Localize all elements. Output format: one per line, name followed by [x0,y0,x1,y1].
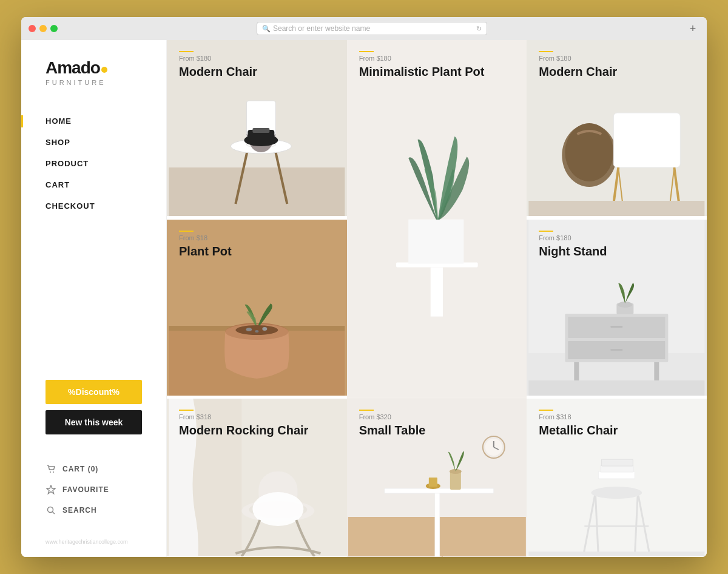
plant-pot-image [347,40,527,399]
product-card-metallic-chair[interactable]: From $318 Metallic Chair [527,399,707,556]
promo-buttons: %Discount% New this week [21,368,166,447]
product-from: From $180 [539,234,607,241]
nav-item-shop[interactable]: SHOP [46,132,142,153]
svg-rect-44 [655,362,659,380]
search-icon [46,505,56,516]
product-name: Night Stand [539,244,607,258]
new-this-week-button[interactable]: New this week [46,410,142,434]
product-name: Small Table [359,423,426,437]
svg-rect-56 [384,488,493,493]
product-from: From $320 [359,413,426,420]
svg-rect-13 [252,128,269,133]
logo-dot [101,67,107,73]
price-bar [179,410,194,411]
minimize-button[interactable] [39,25,47,32]
product-name: Plant Pot [179,244,232,258]
browser-window: 🔍 Search or enter website name ↻ + Amado… [21,17,707,557]
price-bar [359,51,374,52]
favourite-label: FAVOURITE [62,485,109,494]
product-card-modern-rocking-chair[interactable]: From $318 Modern Rocking Chair [167,399,347,556]
product-info-plant-pot-2: From $18 Plant Pot [167,220,244,269]
svg-rect-42 [611,349,623,351]
product-info-plant-pot: From $180 Minimalistic Plant Pot [347,40,497,90]
nav-item-checkout[interactable]: CHECKOUT [46,195,142,217]
product-info-modern-rocking-chair: From $318 Modern Rocking Chair [167,399,320,448]
svg-point-72 [592,487,642,499]
product-name: Metallic Chair [539,423,618,437]
svg-rect-58 [450,471,460,490]
product-card-modern-chair-2[interactable]: From $180 Modern Chair [527,40,707,216]
product-card-modern-chair-1[interactable]: From $180 Modern Chair [167,40,347,216]
cart-footer-item[interactable]: CART (0) [46,459,142,479]
svg-rect-57 [434,493,439,556]
app-content: Amado FURNITURE HOME SHOP PRODUCT CART C… [21,40,707,557]
product-from: From $318 [179,413,308,420]
svg-rect-6 [169,167,345,216]
logo-subtitle: FURNITURE [46,79,142,86]
svg-rect-41 [611,326,623,328]
svg-rect-16 [430,268,442,317]
nav-item-product[interactable]: PRODUCT [46,153,142,174]
product-card-minimalistic-plant-pot[interactable]: From $180 Minimalistic Plant Pot [347,40,527,399]
url-input[interactable]: 🔍 Search or enter website name ↻ [257,22,487,35]
price-bar [359,410,374,411]
svg-point-33 [246,328,252,331]
nav-item-home[interactable]: HOME [46,110,142,132]
product-name: Minimalistic Plant Pot [359,64,485,79]
product-from: From $180 [179,55,257,62]
price-bar [539,410,553,411]
price-bar [179,51,194,52]
svg-point-34 [262,327,267,331]
logo-name: Amado [46,58,100,77]
product-info-night-stand: From $180 Night Stand [527,220,619,269]
product-from: From $180 [359,55,485,62]
svg-point-1 [53,471,54,473]
product-grid-container: From $180 Modern Chair [167,40,707,557]
close-button[interactable] [29,25,36,32]
product-from: From $318 [539,413,618,420]
favourite-footer-item[interactable]: FAVOURITE [46,479,142,500]
product-name: Modern Chair [539,64,617,79]
product-grid: From $180 Modern Chair [167,40,707,557]
nav-menu: HOME SHOP PRODUCT CART CHECKOUT [21,110,166,368]
nav-item-cart[interactable]: CART [46,174,142,195]
sidebar: Amado FURNITURE HOME SHOP PRODUCT CART C… [21,40,167,557]
price-bar [539,231,553,232]
product-card-plant-pot[interactable]: From $18 Plant Pot [167,220,347,396]
logo: Amado FURNITURE [21,58,166,110]
search-label: SEARCH [62,506,97,515]
product-card-small-table[interactable]: From $320 Small Table [347,399,527,556]
sidebar-footer: CART (0) FAVOURITE [21,447,166,533]
product-info-small-table: From $320 Small Table [347,399,438,448]
svg-rect-43 [575,362,579,380]
traffic-lights [29,25,58,32]
product-info-modern-chair-1: From $180 Modern Chair [167,40,269,90]
product-info-metallic-chair: From $318 Metallic Chair [527,399,630,448]
product-from: From $18 [179,234,232,241]
cart-icon [46,464,56,474]
product-info-home-deco: From $318 Home Deco [347,556,438,557]
svg-point-3 [48,507,53,513]
discount-button[interactable]: %Discount% [46,380,142,404]
svg-point-46 [618,302,633,308]
svg-rect-74 [601,465,634,472]
svg-rect-76 [529,552,705,556]
svg-marker-2 [47,485,55,494]
search-footer-item[interactable]: SEARCH [46,500,142,521]
watermark: www.heritagechristiancollege.com [21,533,166,545]
price-bar [179,231,194,232]
svg-rect-73 [599,471,635,479]
svg-rect-75 [602,459,633,466]
product-info-modern-chair-2: From $180 Modern Chair [527,40,629,90]
svg-rect-26 [529,201,705,216]
product-from: From $180 [539,55,617,62]
product-card-home-deco[interactable]: From $318 Home Deco [347,556,527,557]
svg-rect-65 [428,478,437,487]
new-tab-button[interactable]: + [686,22,699,35]
maximize-button[interactable] [50,25,58,32]
svg-point-35 [255,330,258,333]
product-card-night-stand[interactable]: From $180 Night Stand [527,220,707,396]
svg-line-4 [53,512,55,515]
product-name: Modern Chair [179,64,257,79]
url-placeholder: Search or enter website name [273,24,370,33]
